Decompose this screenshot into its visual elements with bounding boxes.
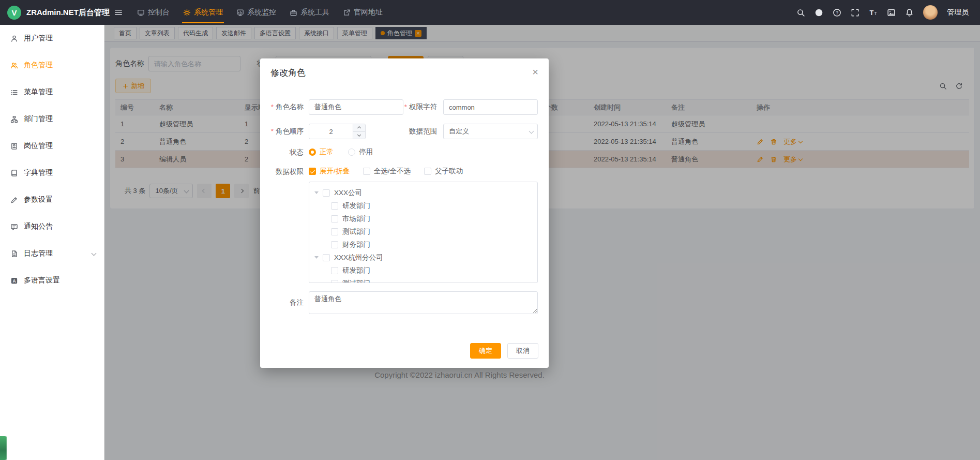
sidebar-item[interactable]: A多语言设置 — [0, 267, 104, 294]
app-title: ZRAdmin.NET后台管理 — [26, 8, 110, 18]
remark-field-label: 备注 — [260, 298, 309, 307]
decrease-button[interactable] — [353, 132, 365, 139]
tree-node-label: XXX杭州分公司 — [334, 253, 383, 262]
sidebar: 用户管理角色管理菜单管理部门管理岗位管理字典管理参数设置通知公告日志管理A多语言… — [0, 25, 104, 460]
topnav-label: 系统监控 — [247, 8, 276, 17]
tree-node[interactable]: 研发部门 — [309, 264, 537, 277]
perm-char-field-label: 权限字符 — [403, 102, 443, 112]
notification-bell-icon[interactable] — [905, 8, 914, 17]
tree-node[interactable]: XXX杭州分公司 — [309, 251, 537, 264]
topnav-item[interactable]: 控制台 — [130, 0, 176, 25]
chevron-up-icon — [357, 126, 361, 130]
avatar[interactable] — [923, 5, 938, 20]
toolbox-icon — [290, 9, 297, 17]
data-perm-options: 展开/折叠全选/全不选父子联动 — [309, 167, 476, 176]
confirm-button[interactable]: 确定 — [470, 343, 501, 359]
status-radio[interactable]: 正常 — [309, 147, 334, 157]
search-icon[interactable] — [796, 8, 805, 17]
logo[interactable]: V ZRAdmin.NET后台管理 — [0, 6, 104, 20]
topnav-item[interactable]: 系统管理 — [176, 0, 230, 25]
topnav-item[interactable]: 系统工具 — [283, 0, 336, 25]
modal-title: 修改角色 — [270, 67, 306, 79]
sidebar-item[interactable]: 日志管理 — [0, 240, 104, 267]
tree-node[interactable]: 测试部门 — [309, 277, 537, 283]
tree-node-label: 测试部门 — [342, 279, 370, 284]
chevron-down-icon — [357, 133, 361, 137]
tree-node[interactable]: 市场部门 — [309, 212, 537, 225]
role-order-stepper[interactable]: 2 — [309, 124, 366, 139]
font-size-icon[interactable]: TT — [869, 8, 878, 17]
tree-node-label: 市场部门 — [342, 214, 370, 224]
checkbox-label: 全选/全不选 — [374, 167, 411, 176]
monitor-icon — [137, 9, 145, 17]
checkbox-box[interactable] — [331, 202, 338, 210]
sidebar-item[interactable]: 部门管理 — [0, 106, 104, 132]
cancel-button[interactable]: 取消 — [507, 343, 538, 359]
sidebar-item-label: 多语言设置 — [24, 276, 60, 285]
remark-textarea[interactable]: 普通角色 — [309, 291, 538, 314]
svg-text:T: T — [870, 9, 874, 17]
checkbox-box[interactable] — [323, 189, 330, 197]
top-nav: 控制台系统管理系统监控系统工具官网地址 — [130, 0, 389, 25]
modal-header: 修改角色 × — [260, 58, 549, 79]
topnav-item[interactable]: 官网地址 — [336, 0, 389, 25]
checkbox-box — [309, 168, 316, 175]
sidebar-item[interactable]: 菜单管理 — [0, 79, 104, 106]
image-icon[interactable] — [887, 8, 896, 17]
sidebar-item-label: 岗位管理 — [24, 141, 53, 151]
sidebar-item-label: 日志管理 — [24, 249, 53, 258]
sidebar-item[interactable]: 字典管理 — [0, 159, 104, 186]
close-icon[interactable]: × — [532, 67, 538, 77]
increase-button[interactable] — [353, 124, 365, 132]
topnav-item[interactable]: 系统监控 — [230, 0, 283, 25]
caret-down-icon[interactable] — [314, 256, 319, 259]
tree-node[interactable]: XXX公司 — [309, 186, 537, 199]
checkbox-box[interactable] — [331, 267, 338, 274]
tree-node-label: 测试部门 — [342, 227, 370, 236]
username[interactable]: 管理员 — [947, 8, 969, 17]
topnav-label: 官网地址 — [354, 8, 383, 17]
checkbox-label: 父子联动 — [435, 167, 463, 176]
sidebar-item[interactable]: 通知公告 — [0, 213, 104, 240]
data-scope-select[interactable]: 自定义 — [443, 124, 538, 139]
hamburger-icon[interactable] — [114, 8, 123, 17]
sidebar-item[interactable]: 用户管理 — [0, 25, 104, 52]
fullscreen-icon[interactable] — [851, 8, 860, 17]
checkbox-box[interactable] — [331, 228, 338, 235]
tree-node[interactable]: 测试部门 — [309, 225, 537, 238]
sidebar-item[interactable]: 岗位管理 — [0, 132, 104, 159]
github-icon[interactable] — [815, 8, 823, 17]
edit-role-dialog: 修改角色 × 角色名称 权限字符 角色顺序 2 数据范围 自定义 — [260, 58, 549, 368]
modal-perm-char-input[interactable] — [443, 99, 538, 115]
checkbox-box[interactable] — [331, 241, 338, 248]
language-icon: A — [10, 277, 18, 285]
sidebar-item-label: 通知公告 — [24, 222, 53, 231]
log-icon — [10, 250, 18, 258]
sidebar-item[interactable]: 角色管理 — [0, 52, 104, 79]
chevron-down-icon — [92, 250, 97, 256]
external-link-icon — [343, 9, 351, 17]
checkbox-box — [424, 168, 431, 175]
perm-checkbox[interactable]: 全选/全不选 — [363, 167, 411, 176]
checkbox-box[interactable] — [323, 254, 330, 261]
svg-text:T: T — [874, 11, 877, 16]
checkbox-box[interactable] — [331, 280, 338, 284]
status-radio[interactable]: 停用 — [348, 147, 373, 157]
tree-node[interactable]: 研发部门 — [309, 199, 537, 212]
caret-down-icon[interactable] — [314, 191, 319, 194]
topnav-label: 系统管理 — [194, 8, 223, 17]
org-icon — [10, 115, 18, 123]
help-icon[interactable]: ? — [833, 8, 841, 17]
modal-body: 角色名称 权限字符 角色顺序 2 数据范围 自定义 状态 正常停用 — [260, 79, 549, 314]
tree-node-label: 研发部门 — [342, 266, 370, 275]
perm-checkbox[interactable]: 父子联动 — [424, 167, 463, 176]
chart-icon — [236, 9, 244, 17]
perm-checkbox[interactable]: 展开/折叠 — [309, 167, 350, 176]
post-icon — [10, 142, 18, 150]
corner-app-icon[interactable] — [0, 436, 7, 460]
role-name-field-label: 角色名称 — [260, 102, 309, 112]
checkbox-box[interactable] — [331, 215, 338, 222]
sidebar-item[interactable]: 参数设置 — [0, 186, 104, 213]
modal-role-name-input[interactable] — [309, 99, 403, 115]
tree-node[interactable]: 财务部门 — [309, 238, 537, 251]
